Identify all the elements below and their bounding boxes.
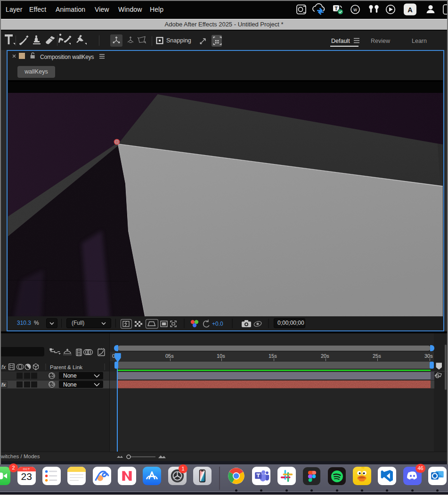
svg-text:None: None	[63, 381, 77, 388]
svg-text:fx: fx	[1, 382, 6, 388]
svg-text:Parent & Link: Parent & Link	[50, 364, 82, 370]
svg-text:+0.0: +0.0	[212, 321, 223, 327]
svg-text:T: T	[334, 6, 337, 11]
svg-text:fx: fx	[1, 364, 6, 371]
svg-text:w: w	[353, 7, 357, 12]
svg-text:None: None	[63, 372, 77, 379]
svg-text:A: A	[407, 6, 413, 14]
